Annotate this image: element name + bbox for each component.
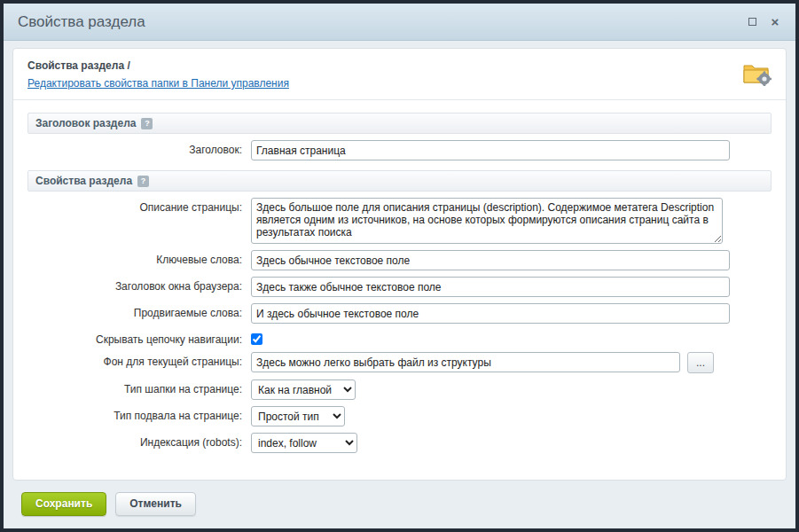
section-header-properties: Свойства раздела ? — [27, 170, 772, 192]
row-keywords: Ключевые слова: — [27, 250, 772, 270]
dialog-title: Свойства раздела — [18, 13, 737, 31]
description-textarea[interactable]: Здесь большое поле для описания страницы… — [251, 198, 723, 244]
help-icon[interactable]: ? — [137, 176, 149, 187]
section-header-title: Заголовок раздела ? — [27, 113, 772, 134]
edit-folder-properties-link[interactable]: Редактировать свойства папки в Панели уп… — [27, 77, 289, 90]
row-hide-breadcrumb: Скрывать цепочку навигации: — [27, 330, 772, 346]
save-button[interactable]: Сохранить — [21, 492, 106, 516]
promoted-words-label: Продвигаемые слова: — [27, 303, 251, 319]
hide-breadcrumb-checkbox[interactable] — [251, 333, 262, 345]
robots-label: Индексация (robots): — [27, 433, 251, 449]
description-label: Описание страницы: — [27, 198, 251, 214]
footer-type-select[interactable]: Простой тип — [251, 406, 345, 426]
header-type-select[interactable]: Как на главной — [251, 379, 356, 400]
row-header-type: Тип шапки на странице: Как на главной — [27, 379, 772, 400]
browser-title-label: Заголовок окна браузера: — [27, 277, 251, 293]
content-card: Свойства раздела / Редактировать свойств… — [12, 48, 787, 481]
background-label: Фон для текущей страницы: — [27, 352, 251, 368]
row-robots: Индексация (robots): index, follow — [27, 433, 772, 453]
footer-type-label: Тип подвала на странице: — [27, 406, 251, 422]
hide-breadcrumb-label: Скрывать цепочку навигации: — [27, 330, 251, 346]
browse-file-button[interactable]: ... — [687, 352, 714, 373]
section-title: Свойства раздела — [35, 175, 132, 187]
breadcrumb: Свойства раздела / Редактировать свойств… — [13, 49, 786, 100]
title-label: Заголовок: — [27, 140, 251, 156]
dialog-titlebar: Свойства раздела × — [4, 4, 795, 41]
promoted-words-input[interactable] — [251, 303, 730, 324]
section-title: Заголовок раздела — [35, 117, 136, 129]
form-area: Заголовок раздела ? Заголовок: Свойства … — [13, 100, 786, 480]
dialog-body: Свойства раздела / Редактировать свойств… — [4, 41, 795, 481]
row-description: Описание страницы: Здесь большое поле дл… — [27, 198, 772, 244]
section-properties-dialog: Свойства раздела × Свойства раздела / Ре… — [0, 0, 799, 532]
row-browser-title: Заголовок окна браузера: — [27, 277, 772, 297]
minimize-icon[interactable] — [744, 14, 760, 30]
robots-select[interactable]: index, follow — [251, 433, 357, 453]
minimize-square-icon — [748, 18, 756, 26]
browser-title-input[interactable] — [251, 277, 730, 297]
background-input[interactable] — [251, 352, 680, 372]
row-footer-type: Тип подвала на странице: Простой тип — [27, 406, 772, 426]
dialog-footer: Сохранить Отменить — [4, 481, 795, 528]
close-icon[interactable]: × — [767, 14, 783, 30]
cancel-button[interactable]: Отменить — [115, 492, 196, 516]
row-title: Заголовок: — [27, 140, 772, 160]
title-input[interactable] — [251, 140, 730, 160]
folder-gear-icon[interactable] — [741, 59, 772, 86]
row-background-file: Фон для текущей страницы: ... — [27, 352, 772, 373]
help-icon[interactable]: ? — [141, 118, 153, 129]
header-type-label: Тип шапки на странице: — [27, 379, 251, 395]
breadcrumb-path: Свойства раздела / — [27, 59, 741, 72]
row-promoted-words: Продвигаемые слова: — [27, 303, 772, 324]
keywords-input[interactable] — [251, 250, 730, 270]
keywords-label: Ключевые слова: — [27, 250, 251, 266]
